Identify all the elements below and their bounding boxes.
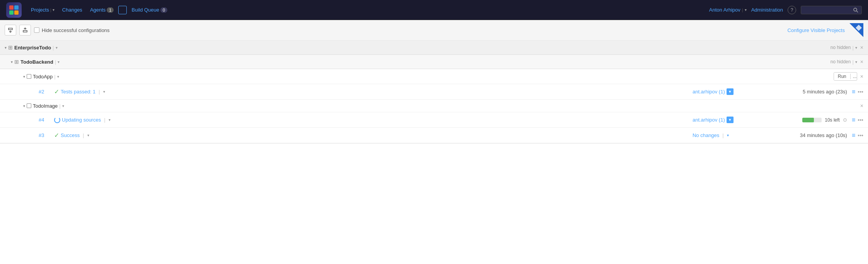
todo-app-run-more[interactable]: ...	[850, 74, 857, 79]
search-icon	[853, 7, 858, 13]
build-2-user-text[interactable]: ant.arhipov (1)	[693, 89, 725, 95]
build-3-user-text[interactable]: No changes	[693, 132, 719, 138]
todo-backend-chevron[interactable]: ▾	[11, 60, 13, 64]
agents-badge: 1	[107, 7, 114, 13]
todo-image-dropdown[interactable]: ▾	[62, 104, 64, 108]
todo-image-square-icon	[27, 103, 31, 108]
hide-successful-checkbox[interactable]	[34, 27, 39, 33]
build-3-num[interactable]: #3	[39, 132, 54, 138]
header-right: Anton Arhipov | ▾ Administration ?	[709, 6, 862, 14]
todo-image-config-header: ▾ TodoImage | ▾ ×	[0, 100, 868, 112]
svg-line-5	[856, 11, 858, 12]
agents-icon-btn[interactable]	[118, 6, 127, 14]
todo-image-chevron[interactable]: ▾	[23, 104, 25, 108]
enterprise-todo-dropdown[interactable]: ▾	[56, 46, 58, 50]
build-3-status-text[interactable]: Success	[61, 132, 80, 138]
hide-successful-toggle[interactable]: Hide successful configurations	[34, 27, 110, 33]
build-4-dots-icon[interactable]: •••	[858, 117, 863, 123]
build-4-num[interactable]: #4	[39, 117, 54, 123]
enterprise-todo-no-hidden: no hidden	[831, 45, 851, 50]
build-3-stack-icon[interactable]: ≡	[852, 132, 855, 139]
search-input[interactable]	[804, 7, 851, 13]
collapse-icon	[8, 27, 13, 33]
build-4-user-badge[interactable]: ▾	[727, 117, 734, 123]
main-content: ▾ ⊞ EnterpriseTodo | ▾ no hidden | ▾ × ▾…	[0, 41, 868, 144]
todo-app-run-button[interactable]: Run	[834, 73, 850, 80]
build-2-user: ant.arhipov (1) ▾	[693, 88, 770, 95]
build-row-4: #4 Updating sources | ▾ ant.arhipov (1) …	[0, 112, 868, 128]
build-4-user-text[interactable]: ant.arhipov (1)	[693, 117, 725, 123]
build-3-dots-icon[interactable]: •••	[858, 132, 863, 139]
build-4-stack-icon[interactable]: ≡	[852, 117, 855, 124]
build-row-3: #3 ✓ Success | ▾ No changes | ▾ 34 minut…	[0, 128, 868, 143]
svg-rect-10	[23, 30, 27, 32]
svg-rect-2	[9, 10, 14, 15]
build-3-user: No changes | ▾	[693, 132, 770, 138]
enterprise-todo-options[interactable]: ▾	[855, 46, 857, 50]
todo-app-chevron[interactable]: ▾	[23, 74, 25, 79]
user-dropdown-arrow[interactable]: ▾	[745, 8, 747, 12]
nav-changes[interactable]: Changes	[59, 5, 85, 15]
build-4-progress-bar-fill	[802, 118, 814, 122]
build-2-stack-icon[interactable]: ≡	[852, 88, 855, 95]
collapse-btn[interactable]	[5, 25, 16, 36]
todo-app-config-header: ▾ TodoApp | ▾ Run ... ×	[0, 69, 868, 84]
build-3-status-icon: ✓	[54, 132, 59, 139]
toolbar: Hide successful configurations Configure…	[0, 20, 868, 41]
enterprise-todo-name[interactable]: EnterpriseTodo	[14, 45, 51, 51]
help-button[interactable]: ?	[788, 6, 796, 14]
build-2-time: 5 minutes ago (23s)	[770, 89, 847, 95]
build-4-actions: ≡ •••	[852, 117, 863, 124]
projects-dropdown-arrow[interactable]: ▾	[53, 8, 54, 12]
build-4-user: ant.arhipov (1) ▾	[693, 117, 770, 123]
todo-image-close[interactable]: ×	[860, 103, 863, 109]
user-section[interactable]: Anton Arhipov | ▾	[709, 7, 747, 13]
build-3-actions: ≡ •••	[852, 132, 863, 139]
todo-backend-close[interactable]: ×	[860, 59, 863, 65]
todo-backend-name[interactable]: TodoBackend	[20, 59, 53, 65]
build-3-user-dropdown[interactable]: ▾	[727, 133, 729, 137]
build-4-time: 10s left	[825, 117, 840, 123]
enterprise-todo-close[interactable]: ×	[860, 44, 863, 51]
tc-logo[interactable]	[6, 2, 22, 18]
build-2-actions: ≡ •••	[852, 88, 863, 95]
build-2-num[interactable]: #2	[39, 89, 54, 95]
todo-app-dropdown[interactable]: ▾	[57, 74, 59, 79]
todo-backend-no-hidden: no hidden	[831, 59, 851, 64]
build-2-user-badge[interactable]: ▾	[727, 88, 734, 95]
todo-backend-options[interactable]: ▾	[855, 60, 857, 64]
nav-build-queue[interactable]: Build Queue 0	[128, 5, 170, 15]
nav-projects[interactable]: Projects | ▾	[28, 5, 58, 15]
build-2-status-dropdown[interactable]: ▾	[103, 90, 105, 94]
nav-links: Projects | ▾ Changes Agents 1 Build Queu…	[28, 5, 706, 15]
configure-visible-projects[interactable]: Configure Visible Projects	[787, 27, 845, 33]
svg-rect-0	[9, 5, 14, 10]
build-4-status-dropdown[interactable]: ▾	[109, 118, 111, 122]
build-2-status-text[interactable]: Tests passed: 1	[61, 89, 95, 95]
expand-icon	[22, 27, 28, 33]
build-4-time-icon[interactable]: ⊙	[843, 117, 847, 123]
enterprise-todo-chevron[interactable]: ▾	[5, 46, 7, 50]
build-row-2: #2 ✓ Tests passed: 1 | ▾ ant.arhipov (1)…	[0, 84, 868, 100]
todo-backend-grid-icon: ⊞	[14, 59, 19, 65]
todo-backend-header: ▾ ⊞ TodoBackend | ▾ no hidden | ▾ ×	[0, 55, 868, 69]
build-3-status-dropdown[interactable]: ▾	[87, 133, 89, 137]
svg-rect-1	[14, 5, 19, 10]
svg-point-4	[854, 8, 857, 11]
build-2-status-icon: ✓	[54, 88, 59, 95]
corner-decoration	[849, 23, 863, 37]
todo-app-close[interactable]: ×	[860, 73, 863, 80]
nav-separator: |	[50, 8, 51, 12]
build-4-status-text[interactable]: Updating sources	[62, 117, 101, 123]
todo-image-name[interactable]: TodoImage	[33, 103, 58, 109]
enterprise-todo-header: ▾ ⊞ EnterpriseTodo | ▾ no hidden | ▾ ×	[0, 41, 868, 55]
todo-app-square-icon	[27, 74, 31, 79]
todo-backend-dropdown[interactable]: ▾	[58, 60, 60, 64]
build-2-dots-icon[interactable]: •••	[858, 89, 863, 95]
administration-link[interactable]: Administration	[751, 7, 783, 13]
expand-btn[interactable]	[19, 25, 31, 36]
nav-agents[interactable]: Agents 1	[87, 5, 117, 15]
build-3-time: 34 minutes ago (10s)	[770, 132, 847, 138]
todo-app-name[interactable]: TodoApp	[33, 74, 53, 80]
svg-rect-3	[14, 10, 19, 15]
